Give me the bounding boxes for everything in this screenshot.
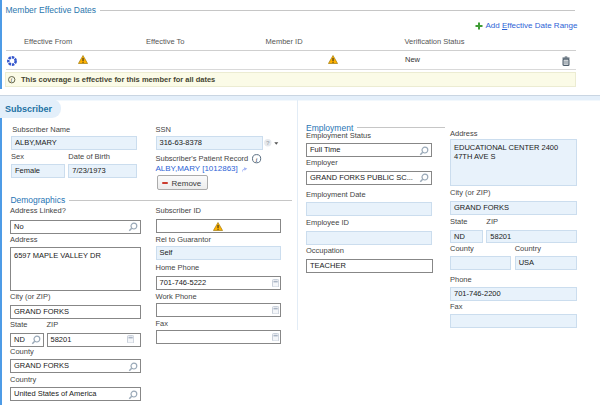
svg-text:?: ? xyxy=(265,140,269,146)
svg-text:i: i xyxy=(11,77,13,83)
svg-text:i: i xyxy=(255,155,257,163)
